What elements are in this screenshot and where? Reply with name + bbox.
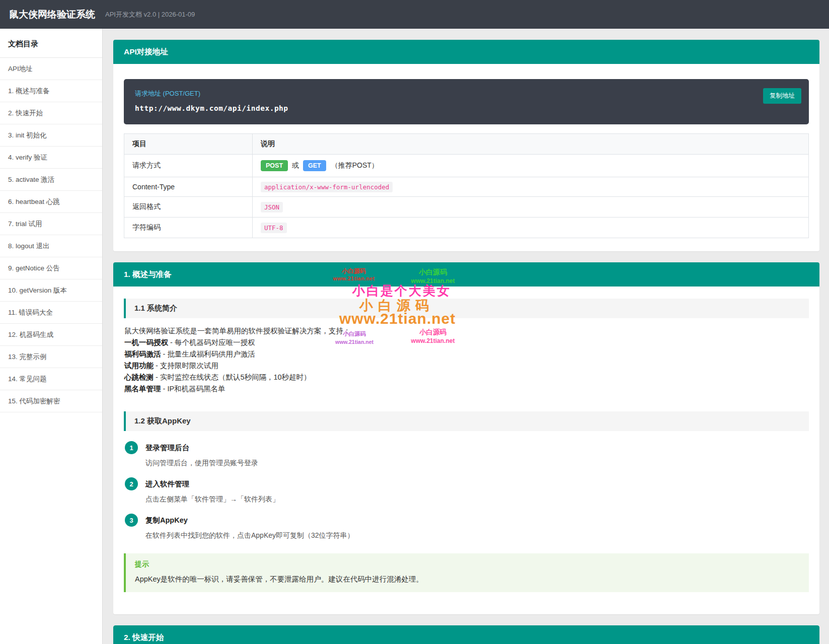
step-title: 进入软件管理 bbox=[145, 477, 279, 489]
post-badge: POST bbox=[261, 160, 288, 171]
step-desc: 访问管理后台，使用管理员账号登录 bbox=[145, 459, 258, 468]
row-item-label: Content-Type bbox=[124, 177, 253, 197]
table-row: Content-Type application/x-www-form-urle… bbox=[124, 177, 809, 197]
feature-name: 心跳检测 bbox=[124, 373, 154, 381]
sidebar-item-verify[interactable]: 4. verify 验证 bbox=[0, 147, 102, 169]
app-title: 鼠大侠网络验证系统 bbox=[9, 8, 95, 21]
sidebar-heading: 文档目录 bbox=[0, 29, 102, 58]
api-address-card-title: API对接地址 bbox=[113, 40, 819, 64]
api-address-card: API对接地址 请求地址 (POST/GET) http://www.dkym.… bbox=[113, 40, 819, 251]
sidebar-item-faq[interactable]: 14. 常见问题 bbox=[0, 368, 102, 390]
table-header-desc: 说明 bbox=[253, 134, 809, 155]
sidebar-item-encryption[interactable]: 15. 代码加密解密 bbox=[0, 390, 102, 412]
feature-line: 心跳检测 - 实时监控在线状态（默认5秒间隔，10秒超时） bbox=[124, 372, 808, 383]
sidebar-item-logout[interactable]: 8. logout 退出 bbox=[0, 235, 102, 257]
endpoint-label: 请求地址 (POST/GET) bbox=[135, 89, 798, 98]
sidebar-item-heartbeat[interactable]: 6. heartbeat 心跳 bbox=[0, 191, 102, 213]
feature-line: 一机一码授权 - 每个机器码对应唯一授权 bbox=[124, 337, 808, 348]
charset-code: UTF-8 bbox=[261, 223, 287, 233]
sidebar-item-trial[interactable]: 7. trial 试用 bbox=[0, 213, 102, 235]
feature-name: 试用功能 bbox=[124, 362, 154, 370]
method-or-text: 或 bbox=[292, 161, 299, 169]
app-subtitle: API开发文档 v2.0 | 2026-01-09 bbox=[105, 10, 195, 19]
step-desc: 点击左侧菜单「软件管理」→「软件列表」 bbox=[145, 495, 279, 504]
content-type-code: application/x-www-form-urlencoded bbox=[261, 182, 393, 192]
table-row: 请求方式 POST或GET（推荐POST） bbox=[124, 155, 809, 177]
feature-line: 黑名单管理 - IP和机器码黑名单 bbox=[124, 383, 808, 395]
step-3: 3 复制AppKey 在软件列表中找到您的软件，点击AppKey即可复制（32位… bbox=[125, 514, 808, 540]
page: 鼠大侠网络验证系统 API开发文档 v2.0 | 2026-01-09 文档目录… bbox=[0, 0, 829, 644]
sidebar-item-getnotice[interactable]: 9. getNotice 公告 bbox=[0, 257, 102, 279]
step-title: 复制AppKey bbox=[145, 514, 354, 525]
sidebar-item-activate[interactable]: 5. activate 激活 bbox=[0, 169, 102, 191]
table-row: 返回格式 JSON bbox=[124, 197, 809, 218]
sidebar-item-machinecode[interactable]: 12. 机器码生成 bbox=[0, 324, 102, 346]
section-heading-appkey: 1.2 获取AppKey bbox=[124, 411, 809, 431]
copy-address-button[interactable]: 复制地址 bbox=[763, 88, 801, 104]
feature-desc: - 支持限时限次试用 bbox=[154, 362, 218, 370]
main-content: API对接地址 请求地址 (POST/GET) http://www.dkym.… bbox=[103, 29, 829, 644]
sidebar-item-example[interactable]: 13. 完整示例 bbox=[0, 346, 102, 368]
feature-desc: - 每个机器码对应唯一授权 bbox=[168, 338, 255, 346]
row-item-label: 返回格式 bbox=[124, 197, 253, 218]
appkey-steps: 1 登录管理后台 访问管理后台，使用管理员账号登录 2 进入软件管理 点击左侧菜… bbox=[124, 431, 809, 540]
feature-line: 福利码激活 - 批量生成福利码供用户激活 bbox=[124, 348, 808, 360]
sidebar-item-quickstart[interactable]: 2. 快速开始 bbox=[0, 102, 102, 124]
overview-card-title: 1. 概述与准备 bbox=[113, 262, 819, 287]
row-method-cell: POST或GET（推荐POST） bbox=[253, 155, 809, 177]
step-desc: 在软件列表中找到您的软件，点击AppKey即可复制（32位字符串） bbox=[145, 531, 354, 540]
row-desc-cell: UTF-8 bbox=[253, 218, 809, 238]
api-address-card-body: 请求地址 (POST/GET) http://www.dkym.com/api/… bbox=[113, 64, 819, 251]
method-note: （推荐POST） bbox=[331, 161, 379, 169]
api-info-table: 项目 说明 请求方式 POST或GET（推荐POST） Content-Ty bbox=[124, 133, 809, 238]
sidebar-item-overview[interactable]: 1. 概述与准备 bbox=[0, 80, 102, 102]
overview-card-body: 1.1 系统简介 鼠大侠网络验证系统是一套简单易用的软件授权验证解决方案，支持：… bbox=[113, 287, 819, 614]
step-number-badge: 2 bbox=[125, 477, 138, 490]
intro-block: 鼠大侠网络验证系统是一套简单易用的软件授权验证解决方案，支持： 一机一码授权 -… bbox=[124, 318, 809, 397]
feature-desc: - 实时监控在线状态（默认5秒间隔，10秒超时） bbox=[154, 373, 311, 381]
feature-line: 试用功能 - 支持限时限次试用 bbox=[124, 360, 808, 372]
endpoint-url: http://www.dkym.com/api/index.php bbox=[135, 104, 798, 112]
step-number-badge: 1 bbox=[125, 441, 138, 454]
endpoint-codeblock: 请求地址 (POST/GET) http://www.dkym.com/api/… bbox=[124, 79, 809, 124]
tip-title: 提示 bbox=[135, 560, 800, 569]
top-bar: 鼠大侠网络验证系统 API开发文档 v2.0 | 2026-01-09 bbox=[0, 0, 829, 29]
overview-card: 1. 概述与准备 1.1 系统简介 鼠大侠网络验证系统是一套简单易用的软件授权验… bbox=[113, 262, 819, 614]
sidebar: 文档目录 API地址 1. 概述与准备 2. 快速开始 3. init 初始化 … bbox=[0, 29, 103, 644]
table-header-item: 项目 bbox=[124, 134, 253, 155]
step-1: 1 登录管理后台 访问管理后台，使用管理员账号登录 bbox=[125, 441, 808, 468]
row-desc-cell: application/x-www-form-urlencoded bbox=[253, 177, 809, 197]
get-badge: GET bbox=[303, 160, 326, 171]
sidebar-item-init[interactable]: 3. init 初始化 bbox=[0, 124, 102, 147]
step-number-badge: 3 bbox=[125, 514, 138, 527]
table-header-row: 项目 说明 bbox=[124, 134, 809, 155]
feature-desc: - IP和机器码黑名单 bbox=[161, 385, 225, 393]
step-2: 2 进入软件管理 点击左侧菜单「软件管理」→「软件列表」 bbox=[125, 477, 808, 504]
return-format-code: JSON bbox=[261, 202, 283, 212]
quickstart-card: 2. 快速开始 bbox=[113, 625, 819, 644]
intro-text: 鼠大侠网络验证系统是一套简单易用的软件授权验证解决方案，支持： bbox=[124, 325, 808, 337]
quickstart-card-title: 2. 快速开始 bbox=[113, 625, 819, 644]
row-item-label: 请求方式 bbox=[124, 155, 253, 177]
section-heading-intro: 1.1 系统简介 bbox=[124, 299, 809, 318]
tip-text: AppKey是软件的唯一标识，请妥善保管，不要泄露给用户。建议在代码中进行混淆处… bbox=[135, 575, 800, 584]
row-desc-cell: JSON bbox=[253, 197, 809, 218]
feature-name: 福利码激活 bbox=[124, 350, 161, 358]
table-row: 字符编码 UTF-8 bbox=[124, 218, 809, 238]
sidebar-item-errorcodes[interactable]: 11. 错误码大全 bbox=[0, 302, 102, 324]
feature-desc: - 批量生成福利码供用户激活 bbox=[161, 350, 255, 358]
sidebar-item-getversion[interactable]: 10. getVersion 版本 bbox=[0, 279, 102, 302]
feature-name: 黑名单管理 bbox=[124, 385, 161, 393]
sidebar-item-api[interactable]: API地址 bbox=[0, 58, 102, 80]
feature-name: 一机一码授权 bbox=[124, 338, 168, 346]
tip-box: 提示 AppKey是软件的唯一标识，请妥善保管，不要泄露给用户。建议在代码中进行… bbox=[124, 553, 809, 592]
step-title: 登录管理后台 bbox=[145, 441, 258, 453]
row-item-label: 字符编码 bbox=[124, 218, 253, 238]
